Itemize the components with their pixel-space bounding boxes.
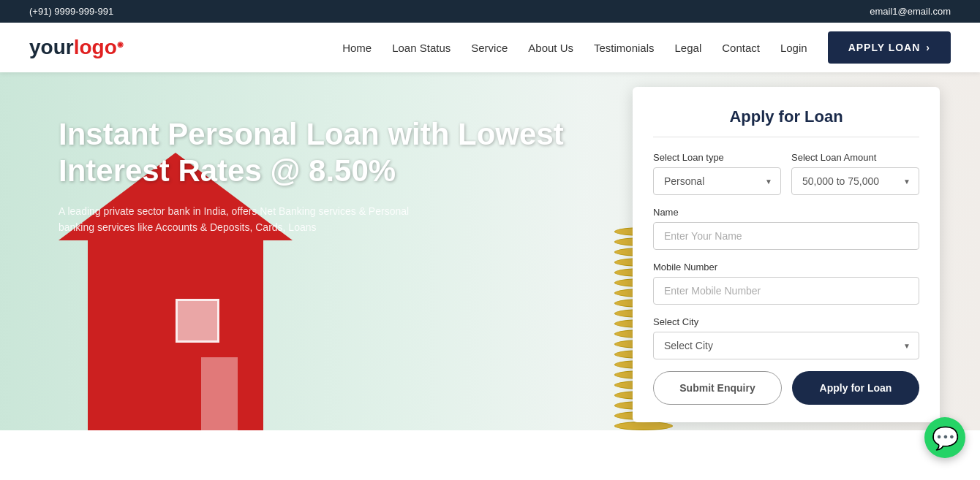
header: yourlogo◉ Home Loan Status Service About… — [0, 23, 980, 72]
city-select[interactable]: Select City Mumbai Delhi Bangalore Chenn… — [653, 332, 919, 359]
coin — [614, 422, 673, 430]
form-actions: Submit Enquiry Apply for Loan — [653, 371, 919, 405]
loan-amount-select[interactable]: 50,000 to 75,000 75,000 to 1,00,000 1,00… — [791, 167, 919, 195]
nav-login[interactable]: Login — [780, 42, 807, 54]
loan-type-amount-row: Select Loan type Personal Home Business … — [653, 152, 919, 195]
apply-loan-nav-button[interactable]: APPLY LOAN › — [828, 31, 951, 64]
loan-amount-label: Select Loan Amount — [791, 152, 919, 163]
nav-legal[interactable]: Legal — [675, 42, 702, 54]
mobile-group: Mobile Number — [653, 262, 919, 305]
nav-home[interactable]: Home — [342, 42, 372, 54]
hero-text: Instant Personal Loan with Lowest Intere… — [59, 116, 564, 236]
loan-type-select[interactable]: Personal Home Business Education Vehicle — [653, 167, 781, 195]
logo-your: your — [29, 36, 74, 58]
loan-amount-select-wrapper: 50,000 to 75,000 75,000 to 1,00,000 1,00… — [791, 167, 919, 195]
email-address: email1@email.com — [870, 6, 951, 17]
nav-loan-status[interactable]: Loan Status — [392, 42, 451, 54]
nav-testimonials[interactable]: Testimonials — [594, 42, 655, 54]
mobile-input[interactable] — [653, 277, 919, 305]
logo-logo: logo — [74, 36, 117, 58]
mobile-label: Mobile Number — [653, 262, 919, 273]
nav-service[interactable]: Service — [471, 42, 508, 54]
name-group: Name — [653, 207, 919, 250]
loan-amount-group: Select Loan Amount 50,000 to 75,000 75,0… — [791, 152, 919, 195]
hero-description: A leading private sector bank in India, … — [59, 203, 424, 236]
city-label: Select City — [653, 316, 919, 327]
hero-headline: Instant Personal Loan with Lowest Intere… — [59, 116, 564, 190]
house-window — [176, 299, 219, 343]
arrow-icon: › — [926, 42, 930, 53]
loan-form-title: Apply for Loan — [653, 107, 919, 137]
name-label: Name — [653, 207, 919, 218]
loan-type-select-wrapper: Personal Home Business Education Vehicle — [653, 167, 781, 195]
city-select-wrapper: Select City Mumbai Delhi Bangalore Chenn… — [653, 332, 919, 359]
loan-type-group: Select Loan type Personal Home Business … — [653, 152, 781, 195]
logo-text: yourlogo◉ — [29, 36, 124, 59]
name-input[interactable] — [653, 222, 919, 250]
apply-for-loan-button[interactable]: Apply for Loan — [792, 371, 919, 405]
logo: yourlogo◉ — [29, 36, 124, 59]
whatsapp-icon: 💬 — [932, 425, 959, 431]
top-bar: (+91) 9999-999-991 email1@email.com — [0, 0, 980, 23]
city-group: Select City Select City Mumbai Delhi Ban… — [653, 316, 919, 359]
hero-section: Instant Personal Loan with Lowest Intere… — [0, 72, 980, 430]
house-body — [88, 240, 263, 430]
nav-contact[interactable]: Contact — [722, 42, 760, 54]
nav-about-us[interactable]: About Us — [528, 42, 573, 54]
main-nav: Home Loan Status Service About Us Testim… — [342, 31, 951, 64]
phone-number: (+91) 9999-999-991 — [29, 6, 113, 17]
loan-form-card: Apply for Loan Select Loan type Personal… — [633, 87, 940, 422]
house-door — [201, 357, 238, 430]
submit-enquiry-button[interactable]: Submit Enquiry — [653, 371, 782, 405]
loan-type-label: Select Loan type — [653, 152, 781, 163]
